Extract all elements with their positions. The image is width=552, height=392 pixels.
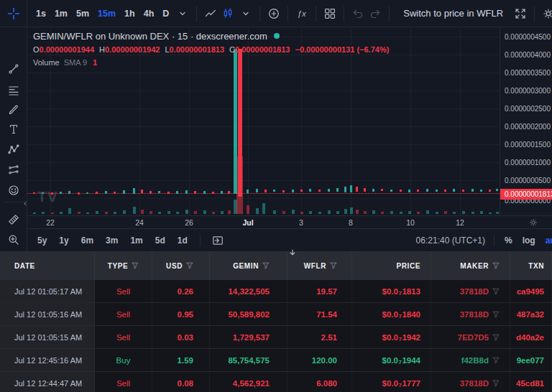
pattern-tool-button[interactable] xyxy=(0,139,27,159)
filter-funnel-icon[interactable] xyxy=(262,262,270,269)
indicators-button[interactable]: ƒx xyxy=(293,4,310,23)
cell-maker[interactable]: 37818D xyxy=(431,372,510,392)
cursor-tool-button[interactable] xyxy=(0,0,27,27)
emoji-tool-button[interactable] xyxy=(0,180,27,200)
projection-tool-button[interactable] xyxy=(0,160,27,180)
maker-address[interactable]: 7ED7D5 xyxy=(458,333,489,342)
chart-type-menu-button[interactable] xyxy=(237,4,254,23)
range-1d[interactable]: 1d xyxy=(178,235,188,246)
candle xyxy=(256,189,258,192)
settings-button[interactable] xyxy=(540,4,552,23)
cell-maker[interactable]: 7ED7D5 xyxy=(431,326,510,348)
cell-txn[interactable]: ca9495 xyxy=(510,280,552,302)
cell-maker[interactable]: 37818D xyxy=(431,280,510,302)
time-tick: 10 xyxy=(406,218,415,227)
volume-bar xyxy=(158,212,161,214)
maker-filter-funnel-icon[interactable] xyxy=(492,380,500,387)
sidebar-collapse-handle[interactable]: ‹ xyxy=(24,195,30,211)
maker-address[interactable]: f42B8d xyxy=(461,356,489,365)
range-6m[interactable]: 6m xyxy=(81,235,93,246)
trend-line-tool-button[interactable] xyxy=(0,59,27,79)
cell-txn[interactable]: 9ee077 xyxy=(510,349,552,371)
switch-price-currency-button[interactable]: Switch to price in WFLR xyxy=(395,4,512,23)
trade-row[interactable]: Jul 12 01:05:17 AMSell0.2614,322,50519.5… xyxy=(0,280,552,303)
redo-button[interactable] xyxy=(367,4,384,23)
volume-bar xyxy=(444,211,447,214)
percent-scale-button[interactable]: % xyxy=(505,235,512,246)
panel-resize-arrow-icon[interactable] xyxy=(289,246,296,259)
clock[interactable]: 06:21:40 (UTC+1) xyxy=(416,235,485,246)
undo-button[interactable] xyxy=(349,4,367,23)
maker-filter-funnel-icon[interactable] xyxy=(492,311,500,318)
cell-txn[interactable]: 45cd81 xyxy=(510,372,552,392)
zoom-in-tool-button[interactable] xyxy=(0,230,27,250)
filter-funnel-icon[interactable] xyxy=(186,262,193,269)
column-header-gemin[interactable]: GEMIN xyxy=(210,251,288,280)
range-1m[interactable]: 1m xyxy=(130,235,142,246)
chart-plot[interactable]: TV GEMIN/WFLR on Unknown DEX · 15 · dexs… xyxy=(27,27,500,215)
maker-address[interactable]: 37818D xyxy=(460,287,489,296)
maker-filter-funnel-icon[interactable] xyxy=(492,357,500,364)
maker-address[interactable]: 37818D xyxy=(460,379,489,388)
topbar-right-group xyxy=(540,4,552,23)
filter-funnel-icon[interactable] xyxy=(132,262,139,269)
range-3m[interactable]: 3m xyxy=(106,235,118,246)
column-header-txn[interactable]: TXN xyxy=(510,251,552,280)
maker-address[interactable]: 37818D xyxy=(460,310,489,319)
goto-date-button[interactable] xyxy=(209,231,226,250)
price-axis[interactable]: 0.00000045000.00000040000.00000035000.00… xyxy=(500,27,552,215)
candle xyxy=(264,190,267,192)
cell-maker[interactable]: 37818D xyxy=(431,303,510,325)
timeframe-4h[interactable]: 4h xyxy=(140,5,158,22)
fullscreen-button[interactable] xyxy=(512,4,529,23)
column-label: MAKER xyxy=(460,262,489,270)
candle-chart-type-button[interactable] xyxy=(219,4,236,23)
cell-txn[interactable]: d40a2e xyxy=(510,326,552,348)
candle xyxy=(185,190,188,194)
auto-scale-button[interactable]: auto xyxy=(546,235,552,246)
timeframe-menu-button[interactable] xyxy=(174,4,191,23)
volume-bar xyxy=(480,211,483,214)
filter-funnel-icon[interactable] xyxy=(492,262,500,269)
time-axis[interactable]: 222426Jul381012 xyxy=(27,215,552,228)
filter-funnel-icon[interactable] xyxy=(330,262,337,269)
layout-button[interactable] xyxy=(321,4,339,23)
trade-row[interactable]: Jul 12 12:45:16 AMBuy1.5985,754,575120.0… xyxy=(0,349,552,372)
trade-row[interactable]: Jul 12 12:44:47 AMSell0.084,562,9216.080… xyxy=(0,372,552,392)
trade-row[interactable]: Jul 12 01:05:15 AMSell0.031,729,5372.51$… xyxy=(0,326,552,349)
ruler-tool-button[interactable] xyxy=(0,210,27,230)
column-header-date[interactable]: DATE xyxy=(0,251,95,280)
maker-filter-funnel-icon[interactable] xyxy=(492,334,500,341)
timeframe-5m[interactable]: 5m xyxy=(73,5,93,22)
candle xyxy=(436,190,438,192)
text-tool-button[interactable] xyxy=(0,119,27,139)
price-main: $0.0 xyxy=(382,310,398,319)
price-subscript: 7 xyxy=(398,313,401,319)
timeframe-1s[interactable]: 1s xyxy=(32,5,50,22)
column-header-usd[interactable]: USD xyxy=(152,251,210,280)
compare-add-button[interactable] xyxy=(265,4,282,23)
volume-bar xyxy=(472,212,474,214)
maker-filter-funnel-icon[interactable] xyxy=(492,288,500,295)
fib-retracement-tool-button[interactable] xyxy=(0,80,27,101)
timeframe-15m[interactable]: 15m xyxy=(94,5,119,22)
axis-settings-gear-icon[interactable] xyxy=(529,218,538,227)
brush-tool-button[interactable] xyxy=(0,100,27,120)
candles-icon xyxy=(222,8,234,19)
column-header-type[interactable]: TYPE xyxy=(95,251,152,280)
column-header-maker[interactable]: MAKER xyxy=(431,251,510,280)
cell-price: $0.071840 xyxy=(352,303,431,325)
timeframe-1h[interactable]: 1h xyxy=(121,5,139,22)
timeframe-D[interactable]: D xyxy=(159,5,172,22)
line-chart-type-button[interactable] xyxy=(202,4,219,23)
trade-row[interactable]: Jul 12 01:05:16 AMSell0.9550,589,80271.5… xyxy=(0,303,552,326)
timeframe-1m[interactable]: 1m xyxy=(51,5,71,22)
cell-txn[interactable]: 487a32 xyxy=(510,303,552,325)
cell-maker[interactable]: f42B8d xyxy=(431,349,510,371)
range-5d[interactable]: 5d xyxy=(155,235,165,246)
range-5y[interactable]: 5y xyxy=(37,235,47,246)
range-1y[interactable]: 1y xyxy=(59,235,68,246)
column-header-wflr[interactable]: WFLR xyxy=(288,251,352,280)
column-header-price[interactable]: PRICE xyxy=(352,251,431,280)
log-scale-button[interactable]: log xyxy=(523,235,535,246)
